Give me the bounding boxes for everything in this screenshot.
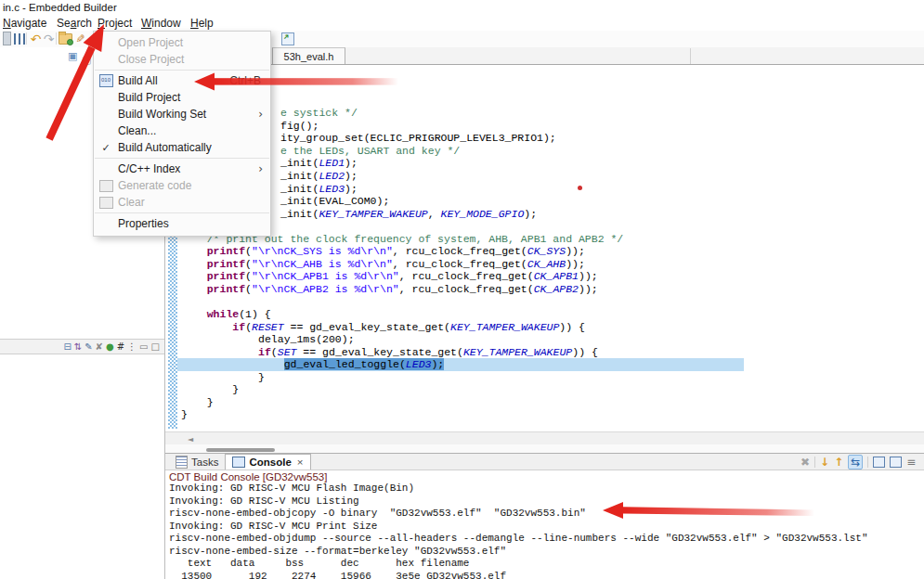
console-line: Invoking: GD RISC-V MCU Flash Image(Bin) xyxy=(169,482,414,495)
toolbar-separator xyxy=(26,32,27,45)
menu-item-label: Build Working Set xyxy=(118,108,258,121)
menu-window[interactable]: Window xyxy=(141,17,181,31)
embedded-builder-window: { "window": { "title": "in.c - Embedded … xyxy=(0,0,924,579)
submenu-arrow-icon: › xyxy=(258,162,263,175)
redo-icon[interactable]: ↷ xyxy=(42,32,56,45)
window-titlebar: in.c - Embedded Builder xyxy=(0,0,924,17)
red-dot-annotation xyxy=(578,186,582,190)
menu-item-build-working-set[interactable]: Build Working Set› xyxy=(94,106,270,122)
public-members-icon[interactable]: ● xyxy=(106,342,114,352)
console-tab-label: Console xyxy=(249,457,291,468)
submenu-arrow-icon: › xyxy=(258,108,263,121)
menu-item-build-automatically[interactable]: ✓Build Automatically xyxy=(94,139,270,156)
menu-navigate[interactable]: Navigate xyxy=(3,17,46,31)
view-menu-icon[interactable]: ⋮ xyxy=(127,342,137,352)
console-line: text data bss dec hex filename xyxy=(169,558,469,571)
clear-icon xyxy=(99,197,113,209)
menu-item-clear: Clear xyxy=(94,194,270,211)
selection-highlight: gd_eval_led_toggle(LED3); xyxy=(284,358,445,370)
open-folder-icon[interactable] xyxy=(59,32,72,45)
menu-item-label: Close Project xyxy=(118,53,270,66)
menu-item-label: Properties xyxy=(118,217,270,230)
console-tab-tasks[interactable]: Tasks xyxy=(169,454,225,470)
code-line: printf("\r\nCK_APB1 is %d\r\n", rcu_cloc… xyxy=(177,270,598,283)
menu-item-label: Clear xyxy=(118,196,270,209)
toolbar-separator xyxy=(56,32,57,45)
console-line: Invoking: GD RISC-V MCU Print Size xyxy=(169,521,377,534)
console-toolbar: ✖↓↑⇆≡ xyxy=(800,454,924,470)
open-element-icon[interactable] xyxy=(280,32,294,45)
toolbar-separator xyxy=(814,457,815,468)
code-line: printf("\r\nCK_SYS is %d\r\n", rcu_clock… xyxy=(177,245,585,258)
console-icon xyxy=(232,457,245,468)
hide-fields-icon[interactable]: ✎ xyxy=(85,342,92,352)
sort-icon[interactable]: ⇅ xyxy=(74,342,82,352)
menu-item-label: Clean... xyxy=(118,124,270,137)
tasks-icon xyxy=(176,456,188,469)
generate-code-icon xyxy=(99,180,113,192)
menu-search[interactable]: Search xyxy=(57,17,92,31)
scroll-left-icon[interactable]: ◄ xyxy=(188,435,193,444)
code-line: printf("\r\nCK_AHB is %d\r\n", rcu_clock… xyxy=(177,258,585,271)
tabstrip-divider xyxy=(690,48,691,64)
console-title: CDT Build Console [GD32vw553] xyxy=(169,471,327,482)
code-line: } xyxy=(177,371,265,384)
console-line: 13500 192 2274 15966 3e5e GD32vw553.elf xyxy=(169,571,506,579)
collapse-all-icon[interactable]: ⊟ xyxy=(63,342,71,352)
window-title: in.c - Embedded Builder xyxy=(3,2,117,13)
menu-help[interactable]: Help xyxy=(190,17,214,31)
code-line: if(SET == gd_eval_key_state_get(KEY_TAMP… xyxy=(177,346,598,359)
menu-item-close-project: Close Project xyxy=(94,51,270,68)
menu-separator xyxy=(95,70,269,71)
highlighter-icon[interactable]: ✎ xyxy=(73,32,87,45)
build-all-icon: 010 xyxy=(99,74,113,87)
code-line: } xyxy=(177,383,239,396)
show-on-output-icon[interactable]: ⇆ xyxy=(848,455,863,470)
menu-item-build-project[interactable]: Build Project xyxy=(94,89,270,106)
display-console-icon[interactable] xyxy=(890,457,902,468)
menu-item-properties[interactable]: Properties xyxy=(94,215,270,232)
close-icon[interactable]: ✖ xyxy=(800,456,810,469)
menu-item-label: Generate code xyxy=(118,179,270,192)
console-tab-console[interactable]: Console× xyxy=(225,454,310,470)
console-line: riscv-none-embed-objcopy -O binary "GD32… xyxy=(169,508,586,521)
outline-view-toolbar: ⊟⇅✎✘●#⋮▭□ xyxy=(0,339,164,354)
code-line: printf("\r\nCK_APB2 is %d\r\n", rcu_cloc… xyxy=(177,283,598,296)
pin-console-icon[interactable] xyxy=(873,457,885,468)
minimize-icon[interactable]: ▭ xyxy=(139,342,148,352)
menu-item-label: Build All xyxy=(118,74,229,87)
filter-icon[interactable]: # xyxy=(117,342,124,352)
toolbar-separator xyxy=(867,457,868,468)
menu-item-label: Open Project xyxy=(118,36,270,49)
menu-item-clean[interactable]: Clean... xyxy=(94,122,270,139)
editor-tab-gd32vw553h-eval-h[interactable]: 53h_eval.h xyxy=(272,47,345,64)
fast-view-icon[interactable]: ▢ xyxy=(82,54,91,66)
code-line: while(1) { xyxy=(177,308,271,321)
menu-item-c-c-index[interactable]: C/C++ Index› xyxy=(94,161,270,177)
project-menu-popup: Open ProjectClose Project010Build AllCtr… xyxy=(93,31,271,237)
arrow-to-bin-file xyxy=(603,502,814,519)
menu-item-generate-code: Generate code xyxy=(94,177,270,194)
menu-project[interactable]: Project xyxy=(98,17,132,31)
editor-console-sash[interactable] xyxy=(165,444,924,453)
arrow-up-icon[interactable]: ↑ xyxy=(834,456,843,469)
menubar: NavigateSearchProjectWindowHelp xyxy=(0,17,924,31)
console-tab-label: Tasks xyxy=(191,457,218,468)
code-line: } xyxy=(177,408,188,421)
sliders-icon[interactable] xyxy=(12,32,26,45)
menu-item-open-project: Open Project xyxy=(94,34,270,51)
code-line: if(RESET == gd_eval_key_state_get(KEY_TA… xyxy=(177,321,585,334)
restore-view-icon[interactable]: ▣ xyxy=(68,50,77,62)
hide-static-icon[interactable]: ✘ xyxy=(96,342,103,352)
close-tab-icon[interactable]: × xyxy=(297,457,304,468)
sash-thumb[interactable] xyxy=(206,448,275,452)
menu-separator xyxy=(95,158,269,159)
menu-separator xyxy=(95,212,269,213)
undo-icon[interactable]: ↶ xyxy=(29,32,43,45)
maximize-icon[interactable]: □ xyxy=(151,342,160,352)
arrow-down-icon[interactable]: ↓ xyxy=(820,456,829,469)
menu-item-build-all[interactable]: 010Build AllCtrl+B xyxy=(94,72,270,89)
console-line: riscv-none-embed-size --format=berkeley … xyxy=(169,546,506,559)
menu-icon[interactable]: ≡ xyxy=(906,456,916,469)
editor-hscrollbar[interactable]: ◄ xyxy=(165,431,924,444)
